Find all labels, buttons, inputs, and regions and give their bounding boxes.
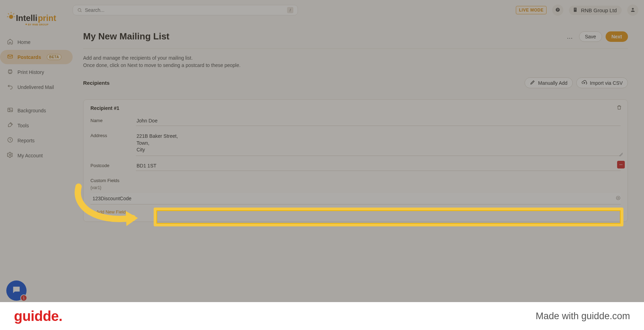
slash-hint: /	[287, 7, 293, 13]
sidebar-item-print-history[interactable]: Print History	[0, 65, 73, 79]
history-icon	[7, 68, 13, 76]
svg-rect-21	[576, 8, 576, 9]
guidde-logo: guidde.	[14, 308, 63, 324]
svg-point-24	[632, 8, 634, 9]
chat-icon	[12, 285, 21, 296]
gear-icon	[7, 152, 13, 159]
svg-text:print: print	[38, 14, 56, 23]
more-button[interactable]: ...	[564, 31, 576, 42]
recipients-header: Recipients Manually Add Import via CSV	[83, 77, 628, 88]
postcard-icon	[7, 53, 13, 61]
svg-rect-19	[574, 8, 577, 12]
chat-badge: 1	[20, 294, 27, 301]
save-button[interactable]: Save	[579, 31, 602, 42]
sidebar-item-home[interactable]: Home	[0, 35, 73, 49]
sidebar-item-undelivered[interactable]: Undelivered Mail	[0, 80, 73, 94]
image-icon	[7, 107, 13, 114]
profile-button[interactable]	[627, 5, 638, 16]
sidebar-item-tools[interactable]: Tools	[0, 118, 73, 133]
svg-rect-20	[575, 8, 575, 9]
import-csv-button[interactable]: Import via CSV	[576, 77, 628, 88]
clear-field-button[interactable]	[616, 196, 621, 202]
beta-badge: BETA	[47, 54, 61, 60]
sidebar-item-label: Postcards	[17, 54, 41, 60]
add-new-field-link[interactable]: + Add New Field	[90, 209, 621, 215]
search-field[interactable]: /	[73, 5, 298, 15]
intro-line-2: Once done, click on Next to move to send…	[83, 62, 628, 69]
profile-icon	[630, 7, 636, 14]
sidebar-item-label: Tools	[17, 123, 29, 128]
search-icon	[77, 8, 82, 13]
sidebar-item-label: Reports	[17, 138, 35, 143]
svg-text:BY RNB GROUP: BY RNB GROUP	[28, 23, 49, 26]
address-textarea[interactable]: 221B Baker Street, Town, City	[136, 131, 621, 156]
return-icon	[7, 83, 13, 91]
app-logo: Intelli print BY RNB GROUP	[0, 7, 73, 35]
sidebar-item-account[interactable]: My Account	[0, 148, 73, 163]
clock-icon	[7, 137, 13, 144]
svg-rect-22	[575, 9, 575, 9]
recipient-heading: Recipient #1	[90, 105, 621, 111]
svg-point-27	[622, 164, 622, 165]
svg-point-26	[621, 164, 621, 165]
sidebar-item-label: Home	[17, 39, 30, 45]
svg-rect-23	[576, 9, 576, 9]
next-button[interactable]: Next	[606, 31, 628, 42]
page-title: My New Mailing List	[83, 31, 169, 42]
svg-rect-11	[8, 71, 12, 73]
recipient-card: Recipient #1 Name Address 221B Baker Str…	[83, 99, 628, 222]
postcode-lookup-button[interactable]	[617, 161, 625, 168]
sidebar-item-postcards[interactable]: Postcards BETA	[0, 50, 73, 64]
svg-rect-12	[8, 108, 13, 112]
name-label: Name	[90, 116, 136, 123]
svg-line-2	[8, 13, 9, 14]
page-header: My New Mailing List ... Save Next	[83, 24, 628, 49]
postcode-label: Postcode	[90, 161, 136, 168]
guidde-footer: guidde. Made with guidde.com	[0, 302, 644, 330]
sidebar-item-label: Undelivered Mail	[17, 84, 54, 90]
help-icon: ?	[555, 7, 560, 13]
close-icon	[616, 196, 621, 201]
custom-field-input[interactable]	[90, 193, 621, 204]
home-icon	[7, 38, 13, 46]
manually-add-label: Manually Add	[538, 80, 568, 86]
help-button[interactable]: ?	[552, 5, 563, 16]
postcode-input[interactable]	[136, 161, 621, 171]
svg-point-0	[9, 15, 13, 19]
sidebar-item-label: My Account	[17, 153, 43, 158]
name-input[interactable]	[136, 116, 621, 126]
building-icon	[572, 7, 578, 14]
search-input[interactable]	[85, 7, 287, 13]
tools-icon	[7, 122, 13, 129]
sidebar: Intelli print BY RNB GROUP Home Postcard…	[0, 0, 73, 330]
pencil-icon	[530, 80, 535, 86]
delete-recipient-button[interactable]	[616, 105, 622, 112]
live-mode-badge[interactable]: LIVE MODE	[516, 6, 547, 14]
trash-icon	[616, 105, 622, 110]
manually-add-button[interactable]: Manually Add	[525, 77, 573, 88]
custom-fields-label: Custom Fields	[90, 178, 621, 183]
address-label: Address	[90, 131, 136, 138]
sidebar-item-label: Print History	[17, 69, 44, 75]
sidebar-item-backgrounds[interactable]: Backgrounds	[0, 103, 73, 118]
org-selector[interactable]: RNB Group Ltd	[569, 6, 622, 15]
dots-icon	[619, 163, 623, 167]
page-content: My New Mailing List ... Save Next Add an…	[73, 24, 638, 222]
import-csv-label: Import via CSV	[590, 80, 623, 86]
svg-point-15	[9, 154, 11, 156]
svg-point-25	[620, 164, 620, 165]
cloud-upload-icon	[581, 80, 587, 86]
svg-line-3	[13, 13, 14, 14]
recipients-label: Recipients	[83, 80, 110, 86]
intro-text: Add and manage the recipients of your ma…	[83, 49, 628, 73]
svg-text:Intelli: Intelli	[16, 14, 38, 23]
topbar: / LIVE MODE ? RNB Group Ltd	[73, 3, 638, 17]
svg-point-13	[9, 109, 10, 110]
sidebar-item-reports[interactable]: Reports	[0, 133, 73, 148]
intro-line-1: Add and manage the recipients of your ma…	[83, 54, 628, 62]
made-with-text: Made with guidde.com	[536, 311, 630, 322]
svg-point-8	[25, 24, 27, 25]
var-label: {var1}	[90, 185, 621, 190]
chat-launcher[interactable]: 1	[6, 280, 27, 301]
svg-text:?: ?	[557, 8, 559, 11]
